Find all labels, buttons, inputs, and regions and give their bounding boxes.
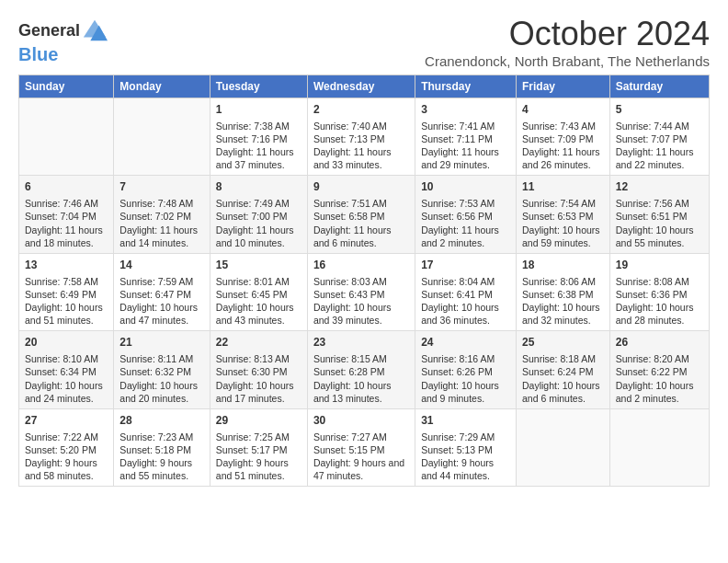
day-content: Sunrise: 7:43 AMSunset: 7:09 PMDaylight:… — [522, 120, 604, 172]
day-content: Sunrise: 7:54 AMSunset: 6:53 PMDaylight:… — [522, 197, 604, 249]
day-number: 5 — [616, 102, 703, 118]
col-monday: Monday — [114, 75, 210, 98]
day-number: 11 — [522, 179, 604, 195]
calendar-cell: 6Sunrise: 7:46 AMSunset: 7:04 PMDaylight… — [19, 176, 114, 253]
day-content: Sunrise: 7:53 AMSunset: 6:56 PMDaylight:… — [421, 197, 510, 249]
day-number: 9 — [313, 179, 409, 195]
day-number: 6 — [25, 179, 108, 195]
calendar-cell: 21Sunrise: 8:11 AMSunset: 6:32 PMDayligh… — [114, 331, 210, 408]
calendar-cell: 20Sunrise: 8:10 AMSunset: 6:34 PMDayligh… — [19, 331, 114, 408]
col-tuesday: Tuesday — [210, 75, 307, 98]
calendar-page: General Blue October 2024 Cranendonck, N… — [0, 0, 728, 496]
day-content: Sunrise: 7:46 AMSunset: 7:04 PMDaylight:… — [25, 197, 108, 249]
day-number: 27 — [25, 413, 108, 429]
logo-icon — [82, 18, 108, 44]
day-number: 12 — [616, 179, 703, 195]
day-number: 2 — [313, 102, 409, 118]
col-wednesday: Wednesday — [307, 75, 415, 98]
day-content: Sunrise: 7:41 AMSunset: 7:11 PMDaylight:… — [421, 120, 510, 172]
day-content: Sunrise: 8:11 AMSunset: 6:32 PMDaylight:… — [119, 352, 204, 405]
day-number: 4 — [522, 102, 604, 118]
day-number: 23 — [313, 335, 409, 350]
day-number: 31 — [421, 413, 510, 429]
day-content: Sunrise: 8:06 AMSunset: 6:38 PMDaylight:… — [522, 275, 604, 327]
calendar-cell: 4Sunrise: 7:43 AMSunset: 7:09 PMDaylight… — [516, 98, 609, 176]
day-content: Sunrise: 8:15 AMSunset: 6:28 PMDaylight:… — [313, 352, 409, 405]
calendar-cell — [114, 98, 210, 176]
day-content: Sunrise: 7:51 AMSunset: 6:58 PMDaylight:… — [313, 197, 409, 249]
calendar-cell: 2Sunrise: 7:40 AMSunset: 7:13 PMDaylight… — [307, 98, 415, 176]
day-number: 14 — [119, 258, 204, 273]
day-content: Sunrise: 7:59 AMSunset: 6:47 PMDaylight:… — [119, 275, 204, 327]
day-content: Sunrise: 8:16 AMSunset: 6:26 PMDaylight:… — [421, 352, 510, 405]
day-content: Sunrise: 8:04 AMSunset: 6:41 PMDaylight:… — [421, 275, 510, 327]
day-number: 13 — [25, 258, 108, 273]
calendar-cell: 28Sunrise: 7:23 AMSunset: 5:18 PMDayligh… — [114, 408, 210, 486]
calendar-cell: 16Sunrise: 8:03 AMSunset: 6:43 PMDayligh… — [307, 253, 415, 330]
day-content: Sunrise: 8:03 AMSunset: 6:43 PMDaylight:… — [313, 275, 409, 327]
calendar-cell: 27Sunrise: 7:22 AMSunset: 5:20 PMDayligh… — [19, 408, 114, 486]
day-number: 15 — [216, 258, 301, 273]
day-number: 18 — [522, 258, 604, 273]
day-content: Sunrise: 8:18 AMSunset: 6:24 PMDaylight:… — [522, 352, 604, 405]
calendar-cell: 15Sunrise: 8:01 AMSunset: 6:45 PMDayligh… — [210, 253, 307, 330]
col-thursday: Thursday — [415, 75, 517, 98]
day-number: 24 — [421, 335, 510, 350]
day-content: Sunrise: 7:56 AMSunset: 6:51 PMDaylight:… — [616, 197, 703, 249]
calendar-cell: 8Sunrise: 7:49 AMSunset: 7:00 PMDaylight… — [210, 176, 307, 253]
day-number: 17 — [421, 258, 510, 273]
day-content: Sunrise: 7:40 AMSunset: 7:13 PMDaylight:… — [313, 120, 409, 172]
calendar-cell — [609, 408, 709, 486]
calendar-cell: 18Sunrise: 8:06 AMSunset: 6:38 PMDayligh… — [516, 253, 609, 330]
day-number: 29 — [216, 413, 301, 429]
calendar-cell: 7Sunrise: 7:48 AMSunset: 7:02 PMDaylight… — [114, 176, 210, 253]
day-content: Sunrise: 8:20 AMSunset: 6:22 PMDaylight:… — [616, 352, 703, 405]
calendar-cell: 26Sunrise: 8:20 AMSunset: 6:22 PMDayligh… — [609, 331, 709, 408]
calendar-week-1: 1Sunrise: 7:38 AMSunset: 7:16 PMDaylight… — [19, 98, 710, 176]
day-number: 25 — [522, 335, 604, 350]
day-content: Sunrise: 7:44 AMSunset: 7:07 PMDaylight:… — [616, 120, 703, 172]
calendar-cell: 14Sunrise: 7:59 AMSunset: 6:47 PMDayligh… — [114, 253, 210, 330]
day-number: 21 — [119, 335, 204, 350]
day-content: Sunrise: 8:13 AMSunset: 6:30 PMDaylight:… — [216, 352, 301, 405]
calendar-cell: 13Sunrise: 7:58 AMSunset: 6:49 PMDayligh… — [19, 253, 114, 330]
day-content: Sunrise: 7:49 AMSunset: 7:00 PMDaylight:… — [216, 197, 301, 249]
day-content: Sunrise: 7:22 AMSunset: 5:20 PMDaylight:… — [25, 431, 108, 483]
day-number: 3 — [421, 102, 510, 118]
calendar-cell: 9Sunrise: 7:51 AMSunset: 6:58 PMDaylight… — [307, 176, 415, 253]
calendar-cell: 19Sunrise: 8:08 AMSunset: 6:36 PMDayligh… — [609, 253, 709, 330]
logo-text-general: General — [18, 22, 80, 40]
day-content: Sunrise: 7:27 AMSunset: 5:15 PMDaylight:… — [313, 431, 409, 483]
logo-text-blue: Blue — [18, 44, 58, 64]
day-number: 22 — [216, 335, 301, 350]
calendar-week-4: 20Sunrise: 8:10 AMSunset: 6:34 PMDayligh… — [19, 331, 710, 408]
title-area: October 2024 Cranendonck, North Brabant,… — [425, 15, 710, 69]
day-number: 30 — [313, 413, 409, 429]
calendar-cell: 12Sunrise: 7:56 AMSunset: 6:51 PMDayligh… — [609, 176, 709, 253]
day-content: Sunrise: 8:01 AMSunset: 6:45 PMDaylight:… — [216, 275, 301, 327]
calendar-cell: 22Sunrise: 8:13 AMSunset: 6:30 PMDayligh… — [210, 331, 307, 408]
calendar-cell — [19, 98, 114, 176]
calendar-cell: 24Sunrise: 8:16 AMSunset: 6:26 PMDayligh… — [415, 331, 517, 408]
day-content: Sunrise: 7:23 AMSunset: 5:18 PMDaylight:… — [119, 431, 204, 483]
day-content: Sunrise: 7:58 AMSunset: 6:49 PMDaylight:… — [25, 275, 108, 327]
calendar-cell: 25Sunrise: 8:18 AMSunset: 6:24 PMDayligh… — [516, 331, 609, 408]
calendar-cell — [516, 408, 609, 486]
col-saturday: Saturday — [609, 75, 709, 98]
calendar-cell: 3Sunrise: 7:41 AMSunset: 7:11 PMDaylight… — [415, 98, 517, 176]
day-content: Sunrise: 7:25 AMSunset: 5:17 PMDaylight:… — [216, 431, 301, 483]
day-number: 20 — [25, 335, 108, 350]
calendar-table: Sunday Monday Tuesday Wednesday Thursday… — [18, 75, 710, 487]
day-number: 28 — [119, 413, 204, 429]
day-content: Sunrise: 8:10 AMSunset: 6:34 PMDaylight:… — [25, 352, 108, 405]
main-title: October 2024 — [425, 15, 710, 53]
calendar-cell: 23Sunrise: 8:15 AMSunset: 6:28 PMDayligh… — [307, 331, 415, 408]
day-number: 10 — [421, 179, 510, 195]
header-row: Sunday Monday Tuesday Wednesday Thursday… — [19, 75, 710, 98]
header: General Blue October 2024 Cranendonck, N… — [18, 15, 710, 69]
day-number: 19 — [616, 258, 703, 273]
calendar-cell: 11Sunrise: 7:54 AMSunset: 6:53 PMDayligh… — [516, 176, 609, 253]
day-content: Sunrise: 8:08 AMSunset: 6:36 PMDaylight:… — [616, 275, 703, 327]
day-number: 8 — [216, 179, 301, 195]
day-number: 1 — [216, 102, 301, 118]
